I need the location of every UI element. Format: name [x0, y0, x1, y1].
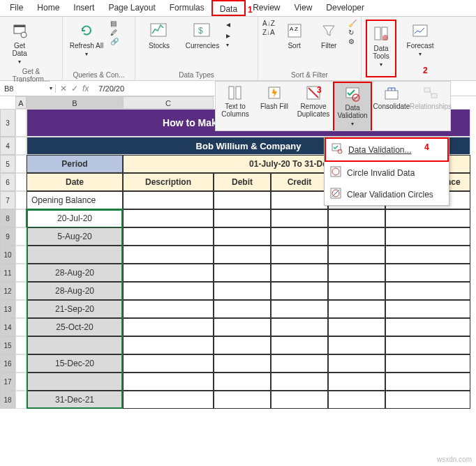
- cell[interactable]: [385, 300, 470, 318]
- cancel-icon[interactable]: ✕: [60, 84, 67, 93]
- cell[interactable]: [123, 209, 214, 227]
- accept-icon[interactable]: ✓: [71, 84, 78, 93]
- row-8[interactable]: 8: [0, 209, 15, 227]
- cell[interactable]: [123, 373, 214, 391]
- row-3[interactable]: 3: [0, 109, 15, 137]
- cell[interactable]: [385, 318, 470, 336]
- tab-file[interactable]: File: [3, 0, 30, 16]
- cell[interactable]: [271, 300, 328, 318]
- row-9[interactable]: 9: [0, 227, 15, 246]
- cell[interactable]: [214, 373, 271, 391]
- refresh-all-button[interactable]: Refresh All ▾: [67, 20, 106, 59]
- flash-fill-button[interactable]: Flash Fill: [255, 82, 294, 130]
- cell[interactable]: [328, 318, 385, 336]
- tab-formulas[interactable]: Formulas: [163, 0, 211, 16]
- cell[interactable]: [328, 246, 385, 264]
- advanced-icon[interactable]: ⚙: [348, 38, 357, 45]
- cell[interactable]: [385, 373, 470, 391]
- text-to-columns-button[interactable]: Text to Columns: [216, 82, 255, 130]
- sort-desc-icon[interactable]: Z↓A: [262, 29, 275, 36]
- cell[interactable]: [328, 354, 385, 373]
- cell[interactable]: [123, 318, 214, 336]
- cell[interactable]: [271, 391, 328, 409]
- date-cell[interactable]: [27, 373, 123, 391]
- forecast-button[interactable]: Forecast ▾: [405, 20, 436, 59]
- cell[interactable]: [271, 373, 328, 391]
- opening-balance-label[interactable]: Opening Balance: [27, 191, 123, 209]
- cell[interactable]: [214, 391, 271, 409]
- data-tools-button[interactable]: Data Tools ▾: [369, 22, 394, 69]
- cell[interactable]: [214, 300, 271, 318]
- cell[interactable]: [271, 209, 328, 227]
- cell[interactable]: [385, 209, 470, 227]
- clear-filter-icon[interactable]: 🧹: [348, 20, 357, 27]
- cell[interactable]: [328, 209, 385, 227]
- cell[interactable]: [328, 373, 385, 391]
- scroll-right-icon[interactable]: ▸: [226, 31, 230, 40]
- cell[interactable]: [123, 191, 214, 209]
- cell[interactable]: [385, 282, 470, 300]
- date-cell[interactable]: 21-Sep-20: [27, 300, 123, 318]
- row-4[interactable]: 4: [0, 137, 15, 155]
- cell[interactable]: [271, 264, 328, 282]
- get-data-button[interactable]: Get Data ▾: [4, 20, 35, 66]
- cell[interactable]: [123, 354, 214, 373]
- cell[interactable]: [328, 264, 385, 282]
- date-cell[interactable]: 20-Jul-20: [27, 209, 123, 227]
- cell[interactable]: [385, 227, 470, 246]
- row-11[interactable]: 11: [0, 264, 15, 282]
- row-17[interactable]: 17: [0, 373, 15, 391]
- cell[interactable]: [271, 246, 328, 264]
- col-c[interactable]: C: [123, 96, 214, 109]
- row-6[interactable]: 6: [0, 173, 15, 191]
- menu-data-validation[interactable]: Data Validation...: [325, 137, 449, 162]
- date-cell[interactable]: 15-Dec-20: [27, 354, 123, 373]
- properties-icon[interactable]: 🖉: [110, 29, 119, 36]
- row-10[interactable]: 10: [0, 246, 15, 264]
- menu-circle-invalid[interactable]: Circle Invalid Data: [325, 162, 449, 183]
- row-16[interactable]: 16: [0, 354, 15, 373]
- cell[interactable]: [214, 318, 271, 336]
- data-validation-button[interactable]: Data Validation▾: [333, 82, 372, 130]
- cell[interactable]: [214, 209, 271, 227]
- cell[interactable]: [385, 391, 470, 409]
- cell[interactable]: [123, 300, 214, 318]
- tab-view[interactable]: View: [288, 0, 320, 16]
- menu-clear-circles[interactable]: Clear Validation Circles: [325, 183, 449, 205]
- row-15[interactable]: 15: [0, 336, 15, 354]
- cell[interactable]: [385, 354, 470, 373]
- tab-data[interactable]: Data: [211, 0, 246, 16]
- currencies-button[interactable]: $ Currencies: [183, 20, 222, 51]
- col-b[interactable]: B: [27, 96, 123, 109]
- tab-insert[interactable]: Insert: [66, 0, 101, 16]
- sort-asc-icon[interactable]: A↓Z: [262, 20, 275, 27]
- links-icon[interactable]: 🔗: [110, 38, 119, 45]
- cell[interactable]: [123, 246, 214, 264]
- consolidate-button[interactable]: Consolidate: [372, 82, 411, 130]
- cell[interactable]: [385, 336, 470, 354]
- name-box[interactable]: B8 ▾: [0, 84, 56, 93]
- cell[interactable]: [328, 282, 385, 300]
- tab-home[interactable]: Home: [30, 0, 66, 16]
- reapply-icon[interactable]: ↻: [348, 29, 357, 36]
- cell[interactable]: [214, 246, 271, 264]
- cell[interactable]: [271, 282, 328, 300]
- date-cell[interactable]: [27, 336, 123, 354]
- cell[interactable]: [385, 246, 470, 264]
- tab-developer[interactable]: Developer: [319, 0, 371, 16]
- cell[interactable]: [123, 227, 214, 246]
- cell[interactable]: [328, 227, 385, 246]
- cell[interactable]: [271, 191, 328, 209]
- row-12[interactable]: 12: [0, 282, 15, 300]
- date-cell[interactable]: 25-Oct-20: [27, 318, 123, 336]
- date-cell[interactable]: [27, 246, 123, 264]
- date-cell[interactable]: 28-Aug-20: [27, 264, 123, 282]
- date-cell[interactable]: 28-Aug-20: [27, 282, 123, 300]
- cell[interactable]: [123, 282, 214, 300]
- cell[interactable]: [214, 282, 271, 300]
- cell[interactable]: [271, 227, 328, 246]
- cell[interactable]: [271, 354, 328, 373]
- cell[interactable]: [214, 191, 271, 209]
- cell[interactable]: [123, 391, 214, 409]
- fx-icon[interactable]: fx: [82, 84, 89, 93]
